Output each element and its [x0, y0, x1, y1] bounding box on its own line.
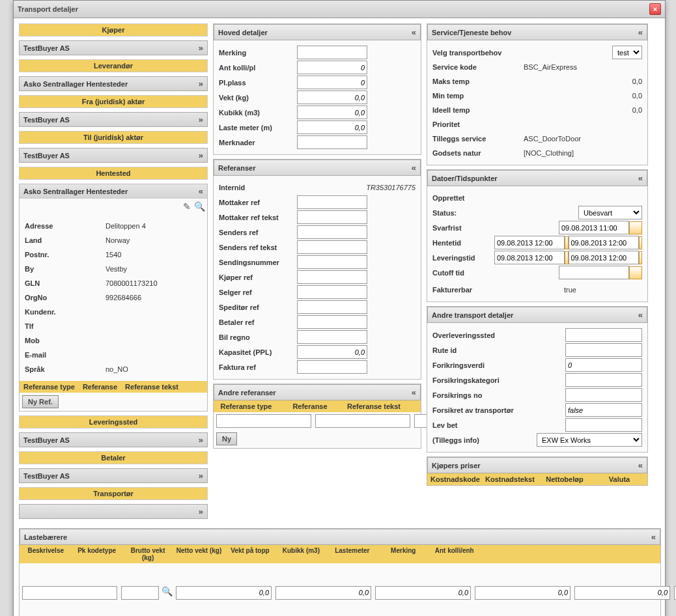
transportor-expander[interactable]: »: [19, 504, 208, 519]
tilleggsinfo-select[interactable]: EXW Ex Works: [537, 433, 642, 447]
betaler-header: Betaler: [19, 451, 208, 464]
calendar-icon[interactable]: [629, 266, 642, 279]
sendersreftekst-input[interactable]: [297, 240, 367, 254]
kjoper-header: Kjøper: [19, 23, 208, 36]
sendersref-input[interactable]: [297, 225, 367, 239]
ref-table-header: Referanse typeReferanseReferanse tekst: [20, 381, 207, 393]
fra-header: Fra (juridisk) aktør: [19, 95, 208, 108]
calendar-icon[interactable]: [639, 236, 643, 249]
status-select[interactable]: Ubesvart: [578, 206, 642, 219]
leverandor-header: Leverandør: [19, 59, 208, 72]
ny-ref-button[interactable]: Ny Ref.: [22, 395, 59, 408]
overleveringssted-input[interactable]: [565, 328, 642, 342]
calendar-icon[interactable]: [629, 221, 642, 234]
priser-header[interactable]: Kjøpers priser«: [427, 457, 647, 473]
ruteid-input[interactable]: [565, 343, 642, 357]
til-expander[interactable]: TestBuyer AS»: [19, 148, 208, 163]
selgerref-input[interactable]: [297, 285, 367, 299]
speditorref-input[interactable]: [297, 300, 367, 314]
betalerref-input[interactable]: [297, 315, 367, 329]
internid-value: TR3530176775: [297, 184, 415, 191]
cutoff-input[interactable]: [559, 266, 629, 279]
dialog-window: Transport detaljer × Kjøper TestBuyer AS…: [13, 0, 666, 616]
andre-detaljer-header[interactable]: Andre transport detaljer«: [427, 307, 647, 323]
leveringstid-from-input[interactable]: [494, 251, 565, 264]
edit-icon[interactable]: ✎: [180, 201, 191, 212]
transportor-header: Transportør: [19, 487, 208, 500]
merking-input[interactable]: [297, 46, 367, 59]
kjoperref-input[interactable]: [297, 270, 367, 284]
levbet-input[interactable]: [565, 418, 642, 432]
lb-brutto-input[interactable]: [176, 586, 272, 600]
referanser-header[interactable]: Referanser«: [214, 160, 421, 176]
forsikret-input[interactable]: [565, 403, 642, 417]
datoer-header[interactable]: Datoer/Tidspunkter«: [427, 170, 647, 186]
plplass-input[interactable]: [297, 76, 367, 89]
lb-beskrivelse-input[interactable]: [22, 586, 117, 600]
forsikringsno-input[interactable]: [565, 388, 642, 402]
til-header: Til (juridisk) aktør: [19, 131, 208, 144]
chevron-right-icon: »: [199, 43, 203, 53]
forikringsverdi-input[interactable]: [565, 358, 642, 372]
kapasitet-input[interactable]: [297, 345, 367, 359]
fra-expander[interactable]: TestBuyer AS»: [19, 112, 208, 127]
hentested-header: Hentested: [19, 167, 208, 180]
hentetid-from-input[interactable]: [494, 236, 565, 249]
search-icon[interactable]: 🔍: [162, 586, 172, 596]
hentested-expander[interactable]: Asko Sentrallager Hentesteder«: [20, 184, 207, 199]
antkolli-input[interactable]: [297, 61, 367, 74]
lb-topp-input[interactable]: [375, 586, 471, 600]
lb-lastemeter-input[interactable]: [574, 586, 670, 600]
fakturaref-input[interactable]: [297, 360, 367, 374]
ny-andref-button[interactable]: Ny: [216, 432, 237, 445]
leveringssted-expander[interactable]: TestBuyer AS»: [19, 432, 208, 447]
lb-netto-input[interactable]: [275, 586, 371, 600]
merknader-input[interactable]: [297, 135, 367, 149]
close-icon[interactable]: ×: [649, 3, 661, 15]
titlebar: Transport detaljer ×: [14, 1, 665, 18]
andref-type-input[interactable]: [216, 414, 311, 428]
leveringssted-header: Leveringssted: [19, 415, 208, 428]
lastebaerere-header[interactable]: Lastebærere«: [20, 529, 660, 545]
kubikk-input[interactable]: [297, 105, 367, 119]
sendingsnummer-input[interactable]: [297, 255, 367, 269]
hentetid-to-input[interactable]: [569, 236, 639, 249]
forsikringskategori-input[interactable]: [565, 373, 642, 387]
leverandor-expander[interactable]: Asko Sentrallager Hentesteder»: [19, 76, 208, 91]
search-icon[interactable]: 🔍: [194, 201, 204, 212]
svarfrist-input[interactable]: [559, 221, 629, 234]
lastemeter-input[interactable]: [297, 120, 367, 134]
mottakerreftekst-input[interactable]: [297, 210, 367, 224]
mottakerref-input[interactable]: [297, 195, 367, 209]
bilregno-input[interactable]: [297, 330, 367, 344]
kjoper-expander[interactable]: TestBuyer AS»: [19, 40, 208, 55]
andre-referanser-header[interactable]: Andre referanser«: [214, 384, 421, 400]
transportbehov-select[interactable]: test: [612, 46, 642, 59]
lb-pktype-input[interactable]: [121, 586, 159, 600]
andref-ref-input[interactable]: [315, 414, 410, 428]
window-title: Transport detaljer: [18, 5, 78, 13]
hoved-header[interactable]: Hoved detaljer«: [214, 24, 421, 40]
vekt-input[interactable]: [297, 91, 367, 104]
calendar-icon[interactable]: [639, 251, 643, 264]
betaler-expander[interactable]: TestBuyer AS»: [19, 468, 208, 483]
lb-kubikk-input[interactable]: [475, 586, 570, 600]
leveringstid-to-input[interactable]: [569, 251, 639, 264]
service-header[interactable]: Service/Tjeneste behov«: [427, 24, 647, 40]
